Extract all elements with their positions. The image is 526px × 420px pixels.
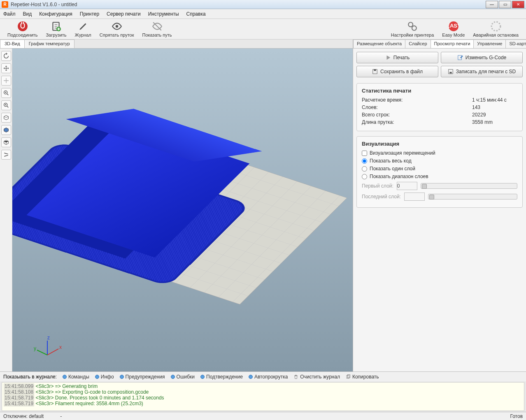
vis-all-radio[interactable] (362, 158, 367, 164)
menu-printserver[interactable]: Сервер печати (107, 11, 141, 17)
first-layer-slider[interactable] (421, 183, 517, 189)
stat-time-label: Расчетное время: (362, 97, 472, 103)
menu-view[interactable]: Вид (23, 11, 32, 17)
zoom-in-button[interactable] (1, 88, 11, 98)
log-button[interactable]: Журнал (71, 20, 95, 38)
tab-object-placement[interactable]: Размещение объекта (353, 39, 405, 48)
log-line: 15:41:58.099 <Slic3r> => Generating brim (4, 383, 522, 389)
filter-warnings[interactable]: Предупреждения (120, 374, 165, 380)
save-file-button[interactable]: Сохранить в файл (356, 66, 438, 77)
svg-line-17 (37, 350, 47, 355)
plug-icon (17, 21, 28, 32)
status-bar: Отключен: default - Готов (0, 412, 526, 420)
printer-settings-button[interactable]: Настройки принтера (387, 20, 438, 38)
close-button[interactable]: ✕ (512, 1, 524, 8)
filter-autoscroll[interactable]: Автопрокрутка (249, 374, 288, 380)
edit-gcode-button[interactable]: Изменить G-Code (441, 52, 523, 63)
vis-one-radio[interactable] (362, 166, 367, 172)
vis-show-one-layer[interactable]: Показать один слой (362, 166, 517, 172)
3d-viewport[interactable]: z x y (12, 49, 353, 371)
status-mid: - (60, 413, 62, 419)
menu-tools[interactable]: Инструменты (148, 11, 179, 17)
dot-icon (171, 375, 175, 379)
save-icon (372, 69, 378, 74)
svg-point-3 (115, 25, 118, 28)
rotate-view-button[interactable] (1, 51, 11, 61)
status-connection: Отключен: default (3, 413, 44, 419)
front-view-button[interactable] (1, 125, 11, 135)
write-sd-button[interactable]: Записать для печати с SD (441, 66, 523, 77)
stat-time-value: 1 ч:15 мин:44 с (472, 97, 517, 103)
svg-point-5 (408, 22, 413, 27)
stat-lines-value: 20229 (472, 112, 517, 118)
tab-print-preview[interactable]: Просмотр печати (431, 39, 474, 48)
show-path-button[interactable]: Показать путь (138, 20, 176, 38)
svg-text:EASY: EASY (448, 23, 459, 29)
svg-point-6 (412, 26, 417, 30)
filter-ack[interactable]: Подтверждение (200, 374, 243, 380)
window-title: Repetier-Host V1.6.0 - untitled (11, 2, 486, 7)
filter-commands[interactable]: Команды (63, 374, 89, 380)
first-layer-input[interactable] (397, 182, 417, 190)
pencil-icon (78, 21, 88, 32)
vis-show-layer-range[interactable]: Показать диапазон слоев (362, 174, 517, 179)
hide-filament-button[interactable]: Спрятать пруток (95, 20, 138, 38)
filter-info[interactable]: Инфо (95, 374, 114, 380)
menu-help[interactable]: Справка (186, 11, 206, 17)
left-tabs: 3D-Вид График температур (0, 39, 353, 49)
log-line: 15:41:58.108 <Slic3r> => Exporting G-cod… (4, 389, 522, 395)
maximize-button[interactable]: ▭ (499, 1, 511, 8)
zoom-fit-button[interactable] (1, 100, 11, 110)
tab-3d-view[interactable]: 3D-Вид (0, 39, 25, 48)
stat-layers-label: Слоев: (362, 104, 472, 110)
iso-view-button[interactable] (1, 137, 11, 147)
easy-icon: EASY (448, 21, 459, 32)
tab-manual-control[interactable]: Управление (473, 39, 506, 48)
move-view-button[interactable] (1, 63, 11, 73)
last-layer-input[interactable] (404, 193, 425, 201)
menu-config[interactable]: Конфигурация (39, 11, 72, 17)
svg-point-9 (491, 22, 500, 31)
log-filter-bar: Показывать в журнале: Команды Инфо Преду… (0, 371, 526, 381)
vis-show-all[interactable]: Показать весь код (362, 158, 517, 164)
trash-icon (293, 374, 298, 379)
top-view-button[interactable] (1, 113, 11, 123)
log-console[interactable]: 15:41:58.099 <Slic3r> => Generating brim… (2, 382, 524, 411)
sd-icon (448, 69, 454, 74)
emergency-stop-button[interactable]: Аварийная остановка (469, 20, 523, 38)
connect-button[interactable]: Подсоединить (3, 20, 42, 38)
stat-filament-label: Длина прутка: (362, 119, 472, 125)
log-line: 15:41:58.719 <Slic3r> Done. Process took… (4, 395, 522, 401)
svg-text:z: z (47, 335, 50, 341)
stats-title: Статистика печати (362, 88, 517, 94)
load-button[interactable]: Загрузить (42, 20, 70, 38)
print-statistics-panel: Статистика печати Расчетное время:1 ч:15… (356, 83, 523, 131)
last-layer-label: Последний слой: (362, 194, 401, 200)
clear-log-button[interactable]: Очистить журнал (293, 374, 340, 380)
parallel-view-button[interactable] (1, 150, 11, 160)
vis-range-radio[interactable] (362, 174, 367, 179)
print-button[interactable]: Печать (356, 52, 438, 63)
tab-temperature-graph[interactable]: График температур (24, 39, 74, 48)
filter-errors[interactable]: Ошибки (171, 374, 195, 380)
stop-icon (491, 21, 501, 32)
view-toolbar (0, 49, 12, 371)
main-toolbar: Подсоединить Загрузить Журнал Спрятать п… (0, 19, 526, 39)
menu-printer[interactable]: Принтер (80, 11, 99, 17)
easy-mode-button[interactable]: EASY Easy Mode (438, 20, 469, 38)
copy-log-button[interactable]: Копировать (346, 374, 379, 380)
svg-text:x: x (59, 344, 62, 350)
vis-travel-checkbox[interactable] (362, 151, 367, 156)
stat-lines-label: Всего строк: (362, 112, 472, 118)
last-layer-slider[interactable] (428, 194, 517, 200)
vis-travel-moves[interactable]: Визуализация перемещений (362, 150, 517, 156)
tab-slicer[interactable]: Слайсер (405, 39, 431, 48)
tab-sd-card[interactable]: SD-карта (505, 39, 526, 48)
vis-title: Визуализация (362, 141, 517, 147)
menu-file[interactable]: Файл (3, 11, 16, 17)
status-ready: Готов (510, 413, 523, 419)
move-object-button[interactable] (1, 76, 11, 86)
minimize-button[interactable]: — (486, 1, 498, 8)
stat-filament-value: 3558 mm (472, 119, 517, 125)
menu-bar: Файл Вид Конфигурация Принтер Сервер печ… (0, 9, 526, 19)
